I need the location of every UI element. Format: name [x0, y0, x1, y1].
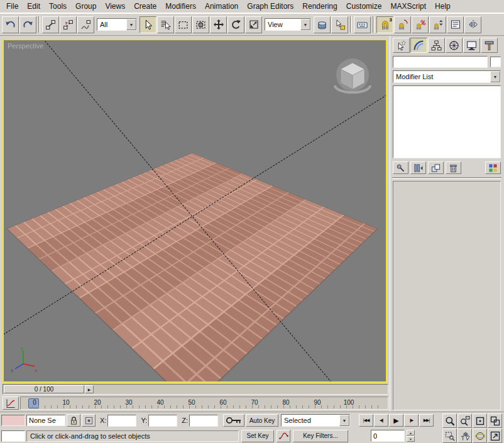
- key-mode-dropdown[interactable]: Selected: [281, 414, 350, 427]
- tab-motion[interactable]: [446, 38, 463, 53]
- remove-modifier-button[interactable]: [446, 161, 461, 174]
- mirror-button[interactable]: [464, 16, 481, 33]
- menu-views[interactable]: Views: [101, 1, 129, 11]
- unlink-selection-button[interactable]: [60, 16, 77, 33]
- bind-to-space-warp-button[interactable]: [77, 16, 94, 33]
- tab-create[interactable]: [393, 38, 410, 53]
- select-object-button[interactable]: [140, 16, 156, 33]
- tab-modify[interactable]: [410, 38, 427, 53]
- maxscript-macro-recorder-field[interactable]: [1, 415, 25, 426]
- tab-display[interactable]: [463, 38, 480, 53]
- next-frame-button[interactable]: [404, 414, 419, 427]
- select-by-name-button[interactable]: [157, 16, 174, 33]
- make-unique-button[interactable]: [428, 161, 444, 174]
- viewcube[interactable]: [329, 54, 376, 101]
- key-filters-button[interactable]: Key Filters...: [293, 430, 348, 442]
- reference-coordinate-system-dropdown[interactable]: View: [265, 18, 311, 31]
- auto-key-button[interactable]: Auto Key: [246, 414, 278, 427]
- arc-rotate-button[interactable]: [473, 429, 487, 443]
- redo-button[interactable]: [19, 16, 36, 33]
- previous-frame-button[interactable]: [374, 414, 388, 427]
- select-and-link-button[interactable]: [42, 16, 59, 33]
- plane-object[interactable]: [8, 153, 377, 383]
- time-slider-next-arrow[interactable]: [85, 385, 94, 393]
- absolute-offset-mode-button[interactable]: [82, 414, 96, 427]
- z-coord-input[interactable]: [189, 415, 218, 427]
- tab-utilities[interactable]: [481, 38, 498, 53]
- chevron-down-icon[interactable]: [339, 415, 349, 426]
- show-end-result-button[interactable]: [410, 161, 426, 174]
- menu-create[interactable]: Create: [130, 1, 160, 11]
- default-in-out-tangents-button[interactable]: [277, 430, 290, 442]
- go-to-end-button[interactable]: [419, 414, 434, 427]
- maxscript-listener-field[interactable]: [1, 430, 25, 442]
- menu-graph-editors[interactable]: Graph Editors: [243, 1, 297, 11]
- pan-button[interactable]: [457, 429, 472, 443]
- selection-filter-dropdown[interactable]: All: [97, 18, 137, 31]
- trackbar-ruler[interactable]: 0 10 20 30 40 50 60 70 80 90 100: [20, 397, 388, 410]
- time-slider-button[interactable]: 0 / 100: [4, 385, 84, 393]
- window-crossing-toggle-button[interactable]: [192, 16, 209, 33]
- menu-modifiers[interactable]: Modifiers: [162, 1, 200, 11]
- menu-animation[interactable]: Animation: [201, 1, 242, 11]
- min-max-toggle-button[interactable]: [488, 429, 502, 443]
- viewport-label[interactable]: Perspective: [8, 42, 43, 50]
- modifier-stack-list[interactable]: [393, 85, 501, 158]
- viewport-perspective[interactable]: Perspective y: [3, 39, 387, 383]
- current-frame-input[interactable]: [371, 430, 405, 442]
- tab-hierarchy[interactable]: [428, 38, 445, 53]
- spinner-down-button[interactable]: [407, 436, 415, 442]
- chevron-down-icon[interactable]: [300, 19, 310, 30]
- undo-button[interactable]: [2, 16, 19, 33]
- set-key-mode-button[interactable]: Set Key: [241, 430, 274, 442]
- menu-help[interactable]: Help: [431, 1, 454, 11]
- y-coord-input[interactable]: [148, 415, 177, 427]
- time-slider-track[interactable]: 0 / 100: [3, 384, 388, 395]
- spinner-snap-button[interactable]: [429, 16, 446, 33]
- select-and-manipulate-button[interactable]: [331, 16, 348, 33]
- select-and-move-button[interactable]: [210, 16, 227, 33]
- object-name-input[interactable]: [393, 56, 488, 68]
- menu-rendering[interactable]: Rendering: [299, 1, 341, 11]
- select-and-rotate-button[interactable]: [227, 16, 244, 33]
- rectangular-selection-region-button[interactable]: [175, 16, 192, 33]
- svg-text:x: x: [35, 368, 37, 373]
- play-animation-button[interactable]: [389, 414, 403, 427]
- zoom-region-button[interactable]: [442, 429, 457, 443]
- object-color-swatch[interactable]: [490, 57, 501, 67]
- configure-modifier-sets-button[interactable]: [485, 161, 501, 174]
- zoom-extents-all-button[interactable]: [488, 413, 502, 428]
- snaps-toggle-button[interactable]: 3: [376, 16, 393, 33]
- pin-stack-button[interactable]: [393, 161, 408, 174]
- keyboard-shortcut-override-button[interactable]: [354, 16, 371, 33]
- zoom-extents-button[interactable]: [473, 413, 487, 428]
- chevron-down-icon[interactable]: [490, 71, 500, 82]
- menu-tools[interactable]: Tools: [45, 1, 70, 11]
- rollout-area[interactable]: [393, 181, 501, 410]
- chevron-down-icon[interactable]: [126, 19, 136, 30]
- go-to-start-button[interactable]: [359, 414, 373, 427]
- x-coord-input[interactable]: [107, 415, 136, 427]
- selection-lock-button[interactable]: [67, 414, 80, 427]
- set-keys-button[interactable]: [223, 414, 244, 427]
- modifier-list-dropdown[interactable]: Modifier List: [393, 70, 501, 83]
- zoom-all-button[interactable]: [457, 413, 472, 428]
- svg-text:z: z: [11, 368, 13, 373]
- toolbar-separator: [38, 16, 40, 33]
- open-mini-curve-editor-button[interactable]: [3, 397, 19, 410]
- zoom-button[interactable]: [442, 413, 457, 428]
- use-pivot-point-center-button[interactable]: [314, 16, 331, 33]
- menu-maxscript[interactable]: MAXScript: [386, 1, 430, 11]
- select-and-scale-button[interactable]: [245, 16, 262, 33]
- 3dsmax-window: File Edit Tools Group Views Create Modif…: [0, 0, 504, 443]
- prompt-bar: Click or click-and-drag to select object…: [26, 430, 239, 442]
- edit-named-selection-sets-button[interactable]: [447, 16, 464, 33]
- menu-customize[interactable]: Customize: [342, 1, 386, 11]
- angle-snap-button[interactable]: [394, 16, 411, 33]
- spinner-up-button[interactable]: [407, 430, 415, 435]
- animation-transport: [359, 414, 434, 427]
- menu-group[interactable]: Group: [72, 1, 100, 11]
- percent-snap-button[interactable]: [412, 16, 429, 33]
- menu-file[interactable]: File: [3, 1, 22, 11]
- menu-edit[interactable]: Edit: [23, 1, 44, 11]
